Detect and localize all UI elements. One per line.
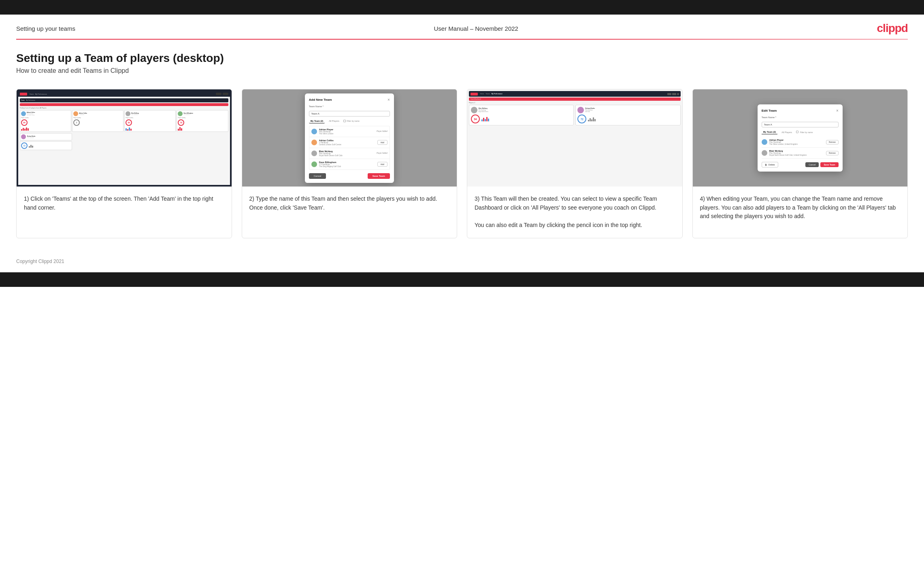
player-item: Adrian Player Plus Handicap The Shire Lo…	[762, 137, 839, 148]
player-status-added: Player Added	[377, 130, 387, 132]
player-status-added: Player Added	[377, 152, 387, 154]
add-player-button[interactable]: Add	[377, 162, 387, 167]
player-club: The Ding Maging Golf Club	[319, 165, 375, 168]
trash-icon: 🗑	[765, 163, 767, 166]
page-title: Setting up a Team of players (desktop)	[16, 52, 908, 65]
card-3-text2: You can also edit a Team by clicking the…	[475, 222, 642, 228]
player-item: Blair McHarg Plus Handicap Royal North D…	[762, 148, 839, 159]
save-team-button[interactable]: Save Team	[820, 162, 838, 167]
add-team-modal: Add New Team × Team Name * My Team (2) A…	[305, 93, 394, 183]
player-list: Adrian Player Plus Handicap The Shire Lo…	[309, 126, 390, 170]
card-2-text: 2) Type the name of this Team and then s…	[242, 187, 457, 238]
modal-footer: Cancel Save Team	[309, 173, 390, 179]
tab-all-players[interactable]: All Players	[780, 130, 794, 134]
close-icon[interactable]: ×	[836, 108, 839, 113]
modal-title: Edit Team	[762, 109, 777, 112]
page-subtitle: How to create and edit Teams in Clippd	[16, 67, 908, 74]
cards-row: Home My Performance Teams My Performance…	[16, 89, 908, 238]
team-name-input[interactable]	[762, 122, 839, 127]
header-left: Setting up your teams	[16, 25, 75, 32]
header: Setting up your teams User Manual – Nove…	[0, 15, 924, 39]
modal-header: Edit Team ×	[762, 108, 839, 113]
card-3-text: 3) This Team will then be created. You c…	[467, 187, 682, 238]
player-info: Adrian Player Plus Handicap The Shire Lo…	[769, 139, 824, 145]
modal-header: Add New Team ×	[309, 98, 390, 102]
team-name-label: Team Name *	[309, 105, 390, 108]
player-info: Dave Billingham 1.5 Handicap The Ding Ma…	[319, 161, 375, 168]
player-club: Royal North Devon Golf Club, United King…	[769, 154, 824, 156]
delete-button[interactable]: 🗑 Delete	[762, 162, 778, 168]
card-3: Home Teams My Performance Team A Dashboa…	[467, 89, 683, 238]
modal-title: Add New Team	[309, 98, 332, 102]
player-info: Blair McHarg Plus Handicap Royal North D…	[319, 150, 375, 157]
modal-tabs: My Team (2) All Players Filter by name	[309, 119, 390, 123]
filter-by-name: Filter by name	[796, 131, 813, 134]
screenshot-2: Add New Team × Team Name * My Team (2) A…	[242, 89, 457, 187]
tab-my-team[interactable]: My Team (2)	[309, 119, 325, 123]
team-name-input[interactable]	[309, 111, 390, 117]
filter-label: Filter by name	[347, 120, 360, 122]
player-item: Blair McHarg Plus Handicap Royal North D…	[309, 148, 390, 159]
player-club: The Shire London	[319, 133, 375, 135]
card-2: Add New Team × Team Name * My Team (2) A…	[242, 89, 458, 238]
close-icon[interactable]: ×	[387, 98, 390, 102]
copyright-text: Copyright Clippd 2021	[16, 259, 64, 264]
edit-team-modal: Edit Team × Team Name * My Team (2) All …	[758, 104, 843, 172]
card-4-text: 4) When editing your Team, you can chang…	[693, 187, 908, 238]
player-item: Adrian Coliba 1 Handicap Central London …	[309, 137, 390, 148]
top-bar	[0, 0, 924, 15]
page-footer: Copyright Clippd 2021	[0, 255, 924, 272]
player-info: Blair McHarg Plus Handicap Royal North D…	[769, 150, 824, 156]
player-info: Adrian Player Plus Handicap The Shire Lo…	[319, 128, 375, 135]
page-content: Setting up a Team of players (desktop) H…	[0, 52, 924, 238]
filter-label: Filter by name	[800, 131, 813, 134]
team-name-label: Team Name *	[762, 116, 839, 119]
remove-player-button[interactable]: Remove	[826, 151, 839, 155]
player-item: Adrian Player Plus Handicap The Shire Lo…	[309, 126, 390, 137]
cancel-button[interactable]: Cancel	[805, 162, 819, 167]
remove-player-button[interactable]: Remove	[826, 140, 839, 144]
tab-all-players[interactable]: All Players	[327, 119, 341, 123]
header-divider	[16, 39, 908, 40]
screenshot-3: Home Teams My Performance Team A Dashboa…	[467, 89, 682, 187]
player-info: Adrian Coliba 1 Handicap Central London …	[319, 139, 375, 146]
screenshot-1: Home My Performance Teams My Performance…	[17, 89, 232, 187]
player-club: The Shire London, United Kingdom	[769, 143, 824, 145]
player-item: Dave Billingham 1.5 Handicap The Ding Ma…	[309, 159, 390, 170]
filter-by-name: Filter by name	[343, 120, 360, 122]
delete-label: Delete	[769, 163, 775, 166]
player-list: Adrian Player Plus Handicap The Shire Lo…	[762, 137, 839, 159]
player-avatar	[311, 151, 317, 156]
footer-actions: Cancel Save Team	[805, 162, 838, 167]
bottom-bar	[0, 272, 924, 287]
player-avatar	[762, 139, 767, 145]
player-avatar	[311, 129, 317, 134]
modal-footer: 🗑 Delete Cancel Save Team	[762, 162, 839, 168]
screenshot-4: Edit Team × Team Name * My Team (2) All …	[693, 89, 908, 187]
card-4: Edit Team × Team Name * My Team (2) All …	[692, 89, 908, 238]
tab-my-team[interactable]: My Team (2)	[762, 130, 777, 134]
cancel-button[interactable]: Cancel	[309, 173, 326, 179]
player-avatar	[311, 140, 317, 145]
card-1-text: 1) Click on 'Teams' at the top of the sc…	[17, 187, 232, 238]
player-avatar	[762, 150, 767, 156]
card-1: Home My Performance Teams My Performance…	[16, 89, 232, 238]
add-player-button[interactable]: Add	[377, 140, 387, 145]
player-club: Royal North Devon Golf Club	[319, 155, 375, 157]
player-club: Central London Golf Centre	[319, 144, 375, 146]
modal-tabs: My Team (2) All Players Filter by name	[762, 130, 839, 134]
save-team-button[interactable]: Save Team	[368, 173, 390, 179]
clippd-logo: clippd	[877, 22, 908, 35]
player-avatar	[311, 161, 317, 167]
card-3-text1: 3) This Team will then be created. You c…	[475, 195, 657, 211]
header-center: User Manual – November 2022	[434, 25, 518, 32]
